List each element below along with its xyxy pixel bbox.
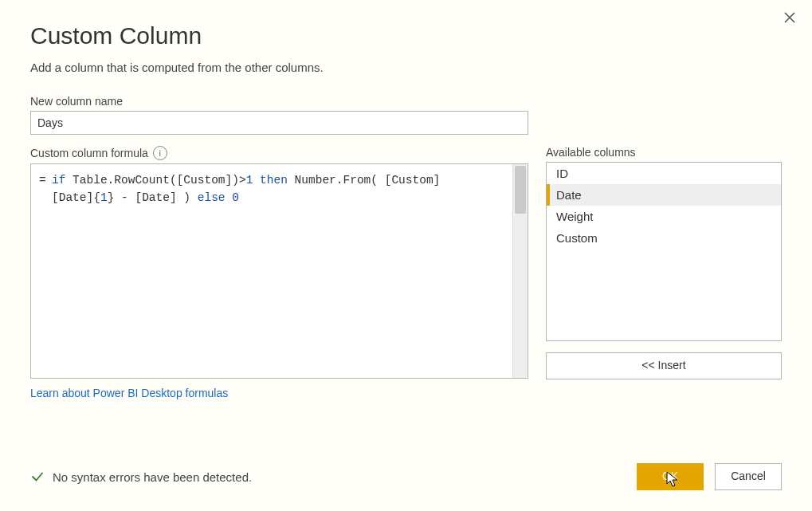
info-icon[interactable]: i <box>153 146 167 160</box>
close-icon[interactable] <box>779 6 801 31</box>
list-item[interactable]: Weight <box>547 206 781 227</box>
check-icon <box>30 470 45 484</box>
dialog-title: Custom Column <box>30 22 782 49</box>
new-column-name-label: New column name <box>30 95 782 108</box>
expr-rowcount: Table.RowCount([Custom]) <box>73 174 239 187</box>
list-item[interactable]: Custom <box>547 227 781 249</box>
available-columns-label: Available columns <box>546 146 782 159</box>
kw-if: if <box>52 174 65 187</box>
formula-label-text: Custom column formula <box>30 147 148 159</box>
scrollbar-thumb[interactable] <box>515 166 526 214</box>
new-column-name-input[interactable] <box>30 111 528 135</box>
insert-button[interactable]: << Insert <box>546 352 782 379</box>
kw-then: then <box>260 174 288 187</box>
formula-editor[interactable]: = if Table.RowCount([Custom])>1 then Num… <box>30 163 528 379</box>
learn-formulas-link[interactable]: Learn about Power BI Desktop formulas <box>30 387 528 399</box>
status-text: No syntax errors have been detected. <box>53 470 252 484</box>
kw-else: else <box>198 191 226 204</box>
status-message: No syntax errors have been detected. <box>30 470 252 484</box>
ok-button-label: OK <box>662 470 678 482</box>
dialog-subtitle: Add a column that is computed from the o… <box>30 61 782 74</box>
ok-button[interactable]: OK <box>637 463 704 490</box>
list-item[interactable]: Date <box>547 184 781 206</box>
list-item[interactable]: ID <box>547 163 781 184</box>
expr-numfrom: Number.From( [Custom] <box>295 174 441 187</box>
cancel-button[interactable]: Cancel <box>715 463 782 490</box>
formula-label: Custom column formula i <box>30 146 528 160</box>
formula-scrollbar[interactable] <box>512 164 528 378</box>
available-columns-list[interactable]: ID Date Weight Custom <box>546 162 782 341</box>
